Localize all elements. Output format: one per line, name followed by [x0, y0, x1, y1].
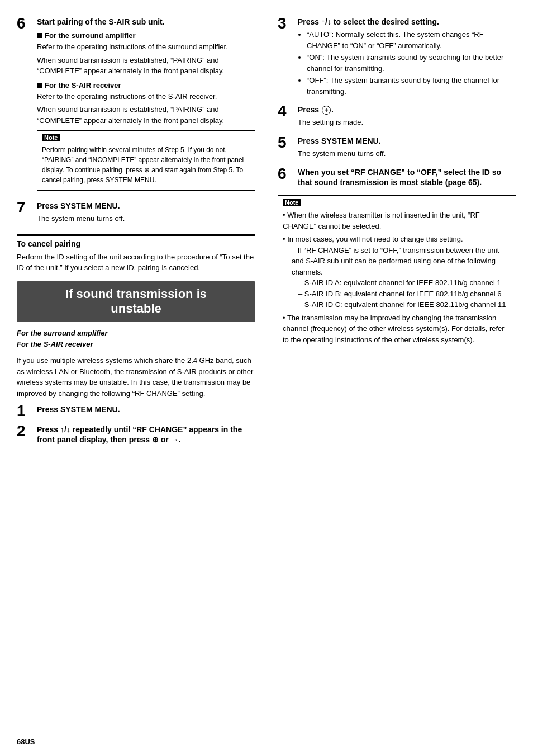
cancel-pairing-text: Perform the ID setting of the unit accor… — [17, 252, 255, 273]
right-step-6-content: When you set “RF CHANGE” to “OFF,” selec… — [298, 167, 516, 190]
right-step-3-bullets: “AUTO”: Normally select this. The system… — [298, 29, 516, 97]
sair-text2: When sound transmission is established, … — [37, 104, 255, 126]
right-step-4-title: Press +. — [298, 105, 516, 115]
bullet-off: “OFF”: The system transmits sound by fix… — [307, 75, 516, 97]
right-step-3-number: 3 — [278, 16, 293, 31]
cancel-pairing-heading: To cancel pairing — [17, 234, 255, 248]
page-number: 68US — [17, 738, 35, 746]
surround-text2: When sound transmission is established, … — [37, 55, 255, 77]
step6-note-text: Perform pairing within several minutes o… — [42, 145, 250, 185]
step-6-content: Start pairing of the S-AIR sub unit. For… — [37, 17, 255, 195]
section-header: If sound transmission is unstable — [17, 281, 255, 322]
right-step-4-block: 4 Press +. The setting is made. — [278, 105, 516, 130]
sair-text1: Refer to the operating instructions of t… — [37, 91, 255, 102]
section-step-1-number: 1 — [17, 403, 32, 419]
right-step-3-content: Press ↑/↓ to select the desired setting.… — [298, 17, 516, 99]
left-column: 6 Start pairing of the S-AIR sub unit. F… — [0, 11, 266, 745]
section-step-2-content: Press ↑/↓ repeatedly until “RF CHANGE” a… — [37, 424, 255, 447]
section-step-1-block: 1 Press SYSTEM MENU. — [17, 404, 255, 419]
step-6-block: 6 Start pairing of the S-AIR sub unit. F… — [17, 17, 255, 195]
step-7-number: 7 — [17, 200, 32, 215]
intro-text: If you use multiple wireless systems whi… — [17, 355, 255, 399]
bullet-auto: “AUTO”: Normally select this. The system… — [307, 29, 516, 51]
step-7-content: Press SYSTEM MENU. The system menu turns… — [37, 201, 255, 226]
right-step-5-body: The system menu turns off. — [298, 148, 516, 159]
black-square-icon-2 — [37, 83, 42, 88]
bullet-on: “ON”: The system transmits sound by sear… — [307, 52, 516, 74]
surround-text1: Refer to the operating instructions of t… — [37, 41, 255, 53]
section-step-1-title: Press SYSTEM MENU. — [37, 404, 255, 414]
step6-note-box: Note Perform pairing within several minu… — [37, 130, 255, 191]
right-column: 3 Press ↑/↓ to select the desired settin… — [266, 11, 533, 745]
right-step-6-block: 6 When you set “RF CHANGE” to “OFF,” sel… — [278, 167, 516, 190]
right-step-5-block: 5 Press SYSTEM MENU. The system menu tur… — [278, 136, 516, 162]
right-step-3-block: 3 Press ↑/↓ to select the desired settin… — [278, 17, 516, 99]
right-step-6-title: When you set “RF CHANGE” to “OFF,” selec… — [298, 167, 516, 187]
step-7-body: The system menu turns off. — [37, 213, 255, 224]
right-step-6-number: 6 — [278, 166, 293, 182]
step-7-block: 7 Press SYSTEM MENU. The system menu tur… — [17, 201, 255, 226]
section-step-1-content: Press SYSTEM MENU. — [37, 404, 255, 417]
right-step-4-body: The setting is made. — [298, 117, 516, 128]
step-7-title: Press SYSTEM MENU. — [37, 201, 255, 211]
right-note-label: Note — [283, 199, 301, 206]
right-step-4-number: 4 — [278, 103, 293, 119]
step6-note-label: Note — [42, 134, 60, 141]
right-step-5-content: Press SYSTEM MENU. The system menu turns… — [298, 136, 516, 162]
section-for-sair: For the S-AIR receiver — [17, 339, 255, 351]
page: 6 Start pairing of the S-AIR sub unit. F… — [0, 0, 533, 756]
right-note-box: Note• When the wireless transmitter is n… — [278, 195, 516, 348]
section-step-2-number: 2 — [17, 423, 32, 439]
sair-heading: For the S-AIR receiver — [37, 81, 255, 89]
section-step-2-block: 2 Press ↑/↓ repeatedly until “RF CHANGE”… — [17, 424, 255, 447]
step-6-number: 6 — [17, 16, 32, 31]
black-square-icon — [37, 33, 42, 38]
section-header-title: If sound transmission is unstable — [26, 287, 246, 316]
right-step-5-title: Press SYSTEM MENU. — [298, 136, 516, 146]
circle-plus-icon: + — [322, 106, 331, 115]
section-for-surround: For the surround amplifier — [17, 328, 255, 339]
step-6-title: Start pairing of the S-AIR sub unit. — [37, 17, 255, 27]
right-step-4-content: Press +. The setting is made. — [298, 105, 516, 130]
surround-heading: For the surround amplifier — [37, 31, 255, 40]
right-step-3-title: Press ↑/↓ to select the desired setting. — [298, 17, 516, 27]
section-step-2-title: Press ↑/↓ repeatedly until “RF CHANGE” a… — [37, 424, 255, 445]
right-step-5-number: 5 — [278, 135, 293, 150]
